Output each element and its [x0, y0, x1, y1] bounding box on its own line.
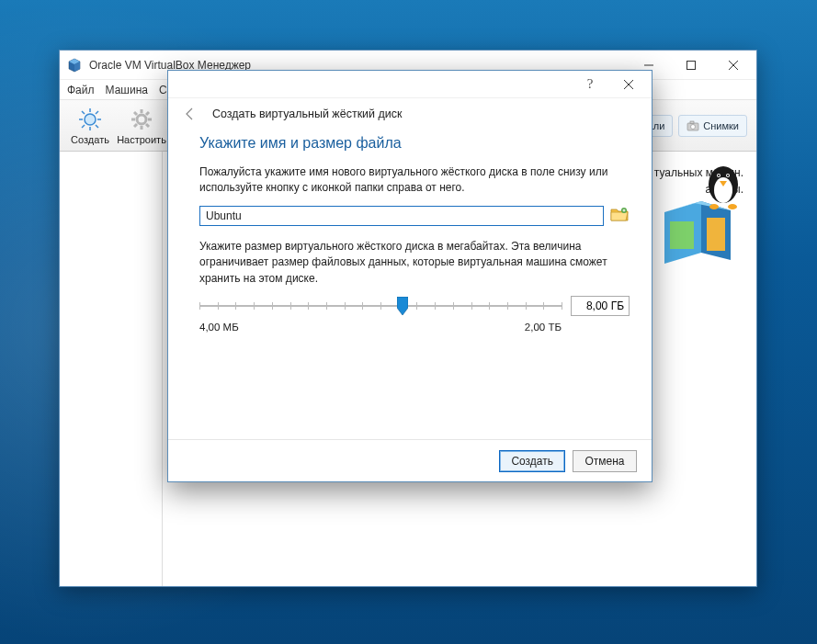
window-maximize-button[interactable] [670, 51, 712, 79]
dialog-header: Создать виртуальный жёсткий диск [168, 98, 652, 130]
svg-line-24 [134, 124, 137, 127]
svg-point-40 [709, 204, 719, 209]
dialog-header-title: Создать виртуальный жёсткий диск [212, 107, 403, 120]
folder-icon [610, 206, 629, 225]
slider-thumb[interactable] [397, 297, 408, 315]
slider-min-label: 4,00 МБ [199, 322, 239, 333]
tab-snapshots[interactable]: Снимки [678, 115, 747, 137]
svg-line-22 [146, 124, 149, 127]
cancel-button[interactable]: Отмена [573, 450, 637, 472]
step-description-1: Пожалуйста укажите имя нового виртуально… [199, 164, 630, 197]
window-close-button[interactable] [712, 51, 755, 79]
svg-point-7 [85, 114, 96, 125]
svg-rect-27 [690, 121, 694, 124]
toolbar-settings-button[interactable]: Настроить [117, 102, 166, 150]
svg-rect-4 [687, 61, 696, 69]
new-vm-icon [77, 107, 103, 132]
svg-rect-32 [707, 218, 725, 251]
app-icon [67, 58, 82, 73]
slider-max-label: 2,00 ТБ [525, 322, 562, 333]
svg-line-12 [82, 111, 85, 114]
tab-snapshots-label: Снимки [703, 120, 739, 131]
svg-point-38 [727, 175, 729, 176]
dialog-content: Укажите имя и размер файла Пожалуйста ук… [168, 130, 652, 439]
vm-list-sidebar[interactable] [60, 152, 163, 586]
svg-line-15 [82, 125, 85, 128]
dialog-titlebar[interactable]: ? [168, 71, 652, 98]
step-description-2: Укажите размер виртуального жёсткого дис… [199, 239, 630, 287]
svg-point-16 [137, 115, 146, 124]
create-button[interactable]: Создать [499, 450, 565, 472]
disk-size-display[interactable]: 8,00 ГБ [571, 296, 630, 316]
gear-icon [129, 107, 154, 132]
svg-line-14 [96, 111, 98, 114]
dialog-help-button[interactable]: ? [571, 72, 609, 97]
slider-ticks [199, 302, 562, 310]
disk-name-input[interactable] [199, 206, 604, 226]
menu-help-partial[interactable]: С [159, 84, 167, 96]
toolbar-settings-label: Настроить [117, 134, 166, 145]
camera-icon [687, 119, 699, 132]
svg-marker-45 [397, 297, 408, 315]
svg-point-37 [718, 175, 720, 176]
menu-file[interactable]: Файл [67, 84, 95, 96]
browse-folder-button[interactable] [609, 206, 630, 226]
toolbar-create-label: Создать [71, 134, 109, 145]
virtualbox-mascot-image [652, 157, 747, 267]
dialog-close-button[interactable] [609, 72, 648, 97]
menu-machine[interactable]: Машина [106, 84, 148, 96]
dialog-button-row: Создать Отмена [168, 439, 652, 481]
back-button[interactable] [181, 105, 199, 123]
toolbar-create-button[interactable]: Создать [65, 102, 115, 150]
svg-point-26 [691, 124, 696, 129]
svg-line-21 [134, 112, 137, 115]
svg-point-41 [728, 204, 737, 209]
svg-line-23 [146, 112, 149, 115]
svg-rect-31 [670, 221, 694, 249]
svg-line-13 [96, 125, 98, 128]
create-virtual-disk-dialog: ? Создать виртуальный жёсткий диск Укажи… [167, 70, 652, 482]
disk-size-slider[interactable] [199, 297, 562, 315]
step-title: Укажите имя и размер файла [199, 135, 630, 152]
